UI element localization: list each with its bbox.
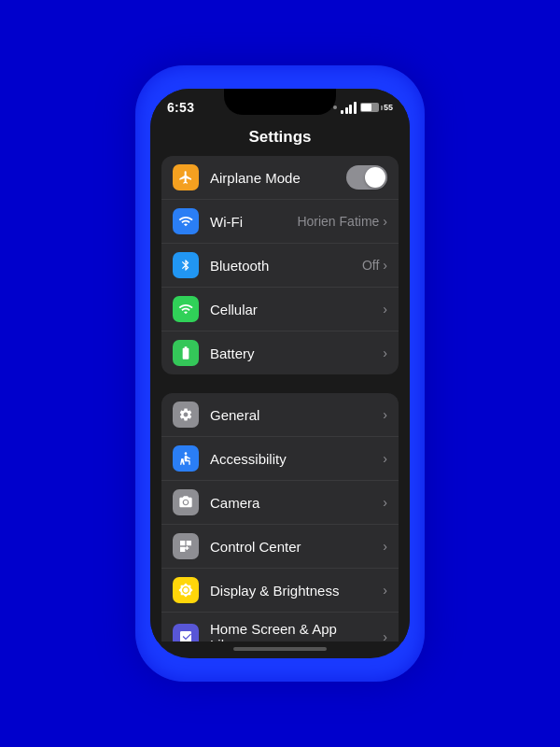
home-screen-icon — [173, 624, 199, 641]
camera-svg — [178, 495, 193, 510]
general-icon — [173, 402, 199, 428]
airplane-mode-icon — [173, 164, 199, 190]
page-title: Settings — [150, 120, 410, 156]
battery-icon — [173, 340, 199, 366]
airplane-mode-label: Airplane Mode — [210, 170, 346, 186]
settings-group-apps: General › Accessibility › — [161, 393, 399, 641]
wifi-label: Wi-Fi — [210, 214, 297, 230]
display-label: Display & Brightness — [210, 583, 383, 599]
home-screen-svg — [178, 629, 193, 641]
airplane-mode-row[interactable]: Airplane Mode — [161, 156, 399, 200]
accessibility-icon — [173, 445, 199, 472]
status-time: 6:53 — [167, 100, 194, 115]
notch — [224, 89, 336, 115]
battery-chevron-icon: › — [383, 345, 387, 360]
wifi-icon — [173, 208, 199, 234]
airplane-mode-toggle[interactable] — [346, 165, 387, 190]
phone-frame: 6:53 — [135, 65, 425, 682]
airplane-svg — [178, 170, 193, 185]
svg-point-0 — [185, 452, 188, 455]
accessibility-svg — [178, 451, 193, 466]
home-screen-label: Home Screen & App Library — [210, 621, 383, 641]
battery-row[interactable]: Battery › — [161, 331, 399, 374]
general-row[interactable]: General › — [161, 393, 399, 437]
home-screen-chevron-icon: › — [383, 629, 387, 641]
camera-icon — [173, 489, 199, 515]
display-row[interactable]: Display & Brightness › — [161, 569, 399, 613]
camera-row[interactable]: Camera › — [161, 481, 399, 525]
gear-svg — [178, 407, 193, 422]
control-center-icon — [173, 533, 199, 559]
bluetooth-chevron-icon: › — [383, 258, 387, 273]
accessibility-row[interactable]: Accessibility › — [161, 437, 399, 481]
cellular-label: Cellular — [210, 302, 383, 317]
phone-screen: 6:53 — [150, 89, 410, 658]
toggle-knob — [365, 167, 385, 188]
home-screen-row[interactable]: Home Screen & App Library › — [161, 613, 399, 641]
accessibility-label: Accessibility — [210, 451, 383, 467]
control-center-svg — [178, 539, 193, 554]
battery-label: Battery — [210, 345, 383, 361]
control-center-row[interactable]: Control Center › — [161, 525, 399, 569]
general-label: General — [210, 407, 383, 423]
settings-group-connectivity: Airplane Mode Wi-Fi Horien Fatime › — [161, 156, 399, 374]
wifi-row[interactable]: Wi-Fi Horien Fatime › — [161, 200, 399, 244]
cellular-icon — [173, 296, 199, 322]
accessibility-chevron-icon: › — [383, 451, 387, 466]
cellular-svg — [178, 302, 193, 317]
display-icon — [173, 577, 199, 603]
wifi-value: Horien Fatime — [297, 214, 379, 229]
battery-svg — [178, 345, 193, 360]
settings-content: Airplane Mode Wi-Fi Horien Fatime › — [150, 156, 410, 641]
cellular-row[interactable]: Cellular › — [161, 288, 399, 331]
general-chevron-icon: › — [383, 407, 387, 422]
wifi-svg — [178, 214, 193, 229]
wifi-chevron-icon: › — [383, 214, 387, 229]
wifi-status-icon — [341, 102, 357, 114]
brightness-svg — [178, 583, 193, 598]
bluetooth-label: Bluetooth — [210, 258, 362, 274]
camera-label: Camera — [210, 495, 383, 511]
control-center-chevron-icon: › — [383, 539, 387, 554]
bluetooth-row[interactable]: Bluetooth Off › — [161, 244, 399, 288]
display-chevron-icon: › — [383, 583, 387, 598]
cellular-chevron-icon: › — [383, 302, 387, 317]
bluetooth-svg — [179, 259, 192, 272]
bluetooth-icon — [173, 252, 199, 278]
home-indicator — [233, 647, 327, 651]
battery-status-icon: 55 — [360, 103, 393, 112]
control-center-label: Control Center — [210, 539, 383, 555]
camera-chevron-icon: › — [383, 495, 387, 510]
bluetooth-value: Off — [362, 258, 379, 273]
